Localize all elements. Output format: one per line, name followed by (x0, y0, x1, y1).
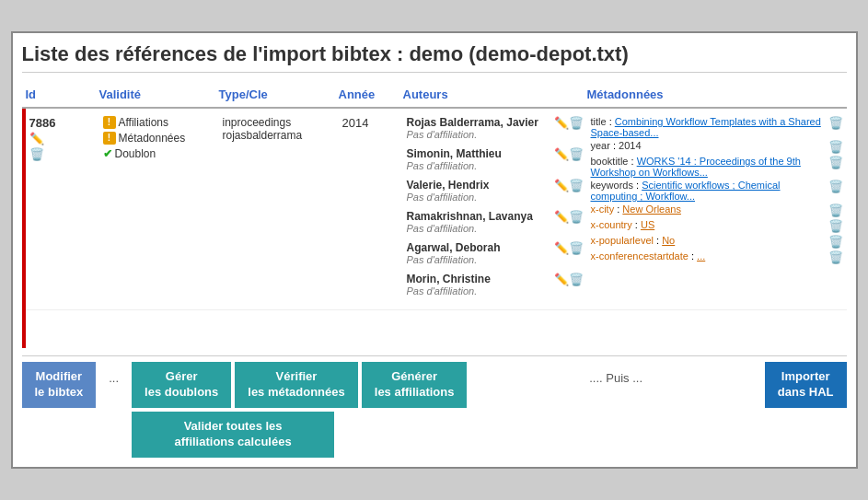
meta-key-year: year (591, 140, 610, 151)
meta-entry-xpopularlevel-text: x-popularlevel : No (591, 235, 828, 246)
meta-value-xconferencestartdate[interactable]: ... (697, 250, 705, 262)
meta-key-keywords: keywords (591, 180, 633, 191)
btn-row-bottom: Valider toutes les affiliations calculée… (132, 412, 467, 458)
author-info-3: Ramakrishnan, Lavanya Pas d'affiliation. (407, 210, 554, 234)
btn-row-top: Gérer les doublons Vérifier les métadonn… (132, 362, 467, 408)
author-row-0: Rojas Balderrama, Javier Pas d'affiliati… (407, 116, 584, 140)
record-key: rojasbalderrama (223, 129, 335, 142)
delete-author-3-icon[interactable]: 🗑️ (569, 210, 584, 224)
btn-group-actions: Gérer les doublons Vérifier les métadonn… (132, 362, 467, 458)
delete-author-2-icon[interactable]: 🗑️ (569, 179, 584, 192)
meta-value-year: 2014 (619, 140, 641, 151)
meta-value-xcountry[interactable]: US (641, 219, 654, 230)
validate-affiliations-button[interactable]: Valider toutes les affiliations calculée… (132, 412, 334, 458)
author-affil-1: Pas d'affiliation. (407, 160, 554, 171)
col-year: Année (335, 86, 399, 103)
delete-author-0-icon[interactable]: 🗑️ (569, 116, 584, 130)
table-row: 7886 ✏️ 🗑️ ! Affiliations ! Métadonnées … (26, 109, 847, 310)
meta-value-xcity[interactable]: New Orleans (622, 203, 681, 215)
meta-key-xcountry: x-country (591, 219, 632, 230)
record-year: 2014 (342, 116, 369, 130)
delete-meta-xpopularlevel-icon[interactable]: 🗑️ (828, 235, 843, 249)
edit-author-2-icon[interactable]: ✏️ (554, 179, 569, 192)
col-validity: Validité (96, 86, 215, 103)
table-header: Id Validité Type/Cle Année Auteurs Métad… (22, 82, 847, 109)
author-name-1: Simonin, Matthieu (407, 147, 554, 160)
meta-entry-title-text: title : Combining Workflow Templates wit… (591, 116, 828, 138)
affiliations-label: Affiliations (119, 116, 168, 129)
author-info-5: Morin, Christine Pas d'affiliation. (407, 273, 554, 297)
col-type: Type/Cle (215, 86, 335, 103)
author-info-4: Agarwal, Deborah Pas d'affiliation. (407, 241, 554, 265)
main-container: Liste des références de l'import bibtex … (11, 31, 858, 469)
ellipsis-2: .... Puis ... (474, 362, 757, 394)
author-row-1: Simonin, Matthieu Pas d'affiliation. ✏️ … (407, 147, 584, 171)
affiliation-badge: ! Affiliations (103, 116, 215, 129)
delete-meta-xconferencestartdate-icon[interactable]: 🗑️ (828, 250, 843, 264)
manage-doublons-button[interactable]: Gérer les doublons (132, 362, 231, 408)
page-title: Liste des références de l'import bibtex … (22, 42, 847, 73)
delete-meta-keywords-icon[interactable]: 🗑️ (828, 180, 843, 193)
id-cell: 7886 ✏️ 🗑️ (26, 112, 99, 306)
meta-key-xconferencestartdate: x-conferencestartdate (591, 250, 689, 262)
author-affil-3: Pas d'affiliation. (407, 223, 554, 234)
doublon-label: Doublon (115, 147, 156, 160)
author-info-2: Valerie, Hendrix Pas d'affiliation. (407, 179, 554, 203)
delete-meta-title-icon[interactable]: 🗑️ (828, 116, 843, 130)
id-icons: ✏️ 🗑️ (29, 132, 96, 161)
edit-author-5-icon[interactable]: ✏️ (554, 273, 569, 286)
delete-meta-booktitle-icon[interactable]: 🗑️ (828, 156, 843, 169)
meta-entry-xcity: x-city : New Orleans 🗑️ (591, 203, 843, 217)
record-id: 7886 (29, 116, 96, 130)
author-name-3: Ramakrishnan, Lavanya (407, 210, 554, 223)
doublon-badge: ✔ Doublon (103, 147, 215, 160)
meta-entry-xcountry: x-country : US 🗑️ (591, 219, 843, 233)
edit-author-0-icon[interactable]: ✏️ (554, 116, 569, 130)
col-metadata: Métadonnées (584, 86, 847, 103)
year-cell: 2014 (339, 112, 403, 306)
footer: Modifier le bibtex ... Gérer les doublon… (22, 355, 847, 458)
author-row-4: Agarwal, Deborah Pas d'affiliation. ✏️ 🗑… (407, 241, 584, 265)
delete-author-4-icon[interactable]: 🗑️ (569, 241, 584, 255)
delete-author-1-icon[interactable]: 🗑️ (569, 147, 584, 161)
check-icon: ✔ (103, 147, 112, 160)
delete-meta-year-icon[interactable]: 🗑️ (828, 140, 843, 154)
edit-author-4-icon[interactable]: ✏️ (554, 241, 569, 255)
author-row-2: Valerie, Hendrix Pas d'affiliation. ✏️ 🗑… (407, 179, 584, 203)
author-affil-4: Pas d'affiliation. (407, 254, 554, 265)
delete-record-icon[interactable]: 🗑️ (29, 147, 96, 161)
modify-bibtex-button[interactable]: Modifier le bibtex (22, 362, 97, 408)
delete-meta-xcity-icon[interactable]: 🗑️ (828, 203, 843, 217)
edit-author-3-icon[interactable]: ✏️ (554, 210, 569, 224)
author-info-0: Rojas Balderrama, Javier Pas d'affiliati… (407, 116, 554, 140)
edit-author-1-icon[interactable]: ✏️ (554, 147, 569, 161)
table-body: 7886 ✏️ 🗑️ ! Affiliations ! Métadonnées … (22, 109, 847, 348)
edit-record-icon[interactable]: ✏️ (29, 132, 96, 145)
meta-value-title[interactable]: Combining Workflow Templates with a Shar… (591, 116, 821, 138)
metadata-label: Métadonnées (119, 132, 186, 145)
meta-key-xpopularlevel: x-popularlevel (591, 235, 654, 246)
import-hal-button[interactable]: Importer dans HAL (765, 362, 847, 408)
meta-value-xpopularlevel[interactable]: No (662, 235, 675, 246)
authors-cell: Rojas Balderrama, Javier Pas d'affiliati… (403, 112, 587, 306)
meta-entry-xcity-text: x-city : New Orleans (591, 203, 828, 215)
delete-author-5-icon[interactable]: 🗑️ (569, 273, 584, 286)
metadata-badge: ! Métadonnées (103, 132, 215, 145)
verify-metadata-button[interactable]: Vérifier les métadonnées (235, 362, 358, 408)
meta-entry-title: title : Combining Workflow Templates wit… (591, 116, 843, 138)
meta-entry-year-text: year : 2014 (591, 140, 828, 151)
author-affil-2: Pas d'affiliation. (407, 192, 554, 203)
author-info-1: Simonin, Matthieu Pas d'affiliation. (407, 147, 554, 171)
author-affil-5: Pas d'affiliation. (407, 285, 554, 297)
meta-entry-xcountry-text: x-country : US (591, 219, 828, 230)
warn-icon-metadata: ! (103, 132, 116, 145)
meta-key-xcity: x-city (591, 203, 615, 215)
delete-meta-xcountry-icon[interactable]: 🗑️ (828, 219, 843, 233)
meta-entry-keywords-text: keywords : Scientific workflows ; Chemic… (591, 180, 828, 202)
generate-affiliations-button[interactable]: Générer les affiliations (362, 362, 468, 408)
ellipsis-1: ... (103, 362, 124, 394)
type-cell: inproceedings rojasbalderrama (219, 112, 339, 306)
col-id: Id (22, 86, 96, 103)
meta-entry-xpopularlevel: x-popularlevel : No 🗑️ (591, 235, 843, 249)
metadata-cell: title : Combining Workflow Templates wit… (587, 112, 847, 306)
